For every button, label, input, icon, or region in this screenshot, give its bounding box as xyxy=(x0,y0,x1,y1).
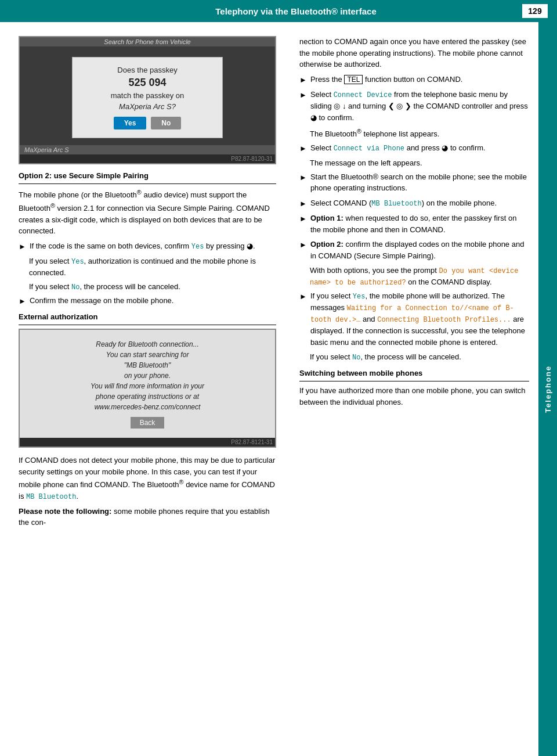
figure1-inner: Does the passkey 525 094 match the passk… xyxy=(20,46,275,145)
figure1-device-name: MaXperia Arc S? xyxy=(86,102,208,111)
right-content: nection to COMAND again once you have en… xyxy=(290,22,538,756)
bullet1-item: ► If the code is the same on both device… xyxy=(19,240,276,253)
figure1-no-button[interactable]: No xyxy=(151,117,181,129)
right-bullet2-text: Select Connect Device from the telephone… xyxy=(310,89,529,123)
right-bullet8-arrow: ► xyxy=(299,291,307,303)
do-you-want-code: Do you want <device name> to be authoriz… xyxy=(310,267,518,287)
bullet1-text: If the code is the same on both devices,… xyxy=(30,240,276,252)
right-bullet3-text: Select Connect via Phone and press ◕ to … xyxy=(310,142,529,154)
figure1: Search for Phone from Vehicle Does the p… xyxy=(19,36,276,164)
right-bullet2-sub: The Bluetooth® telephone list appears. xyxy=(310,127,529,140)
figure1-buttons: Yes No xyxy=(86,117,208,129)
bullet1-yes: Yes xyxy=(191,243,204,251)
connect-via-phone-code: Connect via Phone xyxy=(334,145,404,153)
figure1-status-bar: MaXperia Arc S xyxy=(20,145,275,154)
section3-divider xyxy=(299,381,529,381)
connecting-code: Connecting Bluetooth Profiles... xyxy=(377,316,511,324)
section3-body: If you have authorized more than one mob… xyxy=(299,385,529,408)
right-bullet3-arrow: ► xyxy=(299,143,307,154)
right-bullet5-text: Select COMAND (MB Bluetooth) on the mobi… xyxy=(310,197,529,209)
sub1b: If you select No, the process will be ca… xyxy=(29,281,276,293)
right-bullet4-text: Start the Bluetooth® search on the mobil… xyxy=(310,171,529,194)
connect-device-code: Connect Device xyxy=(334,91,392,99)
right-bullet7: ► Option 2: confirm the displayed codes … xyxy=(299,239,529,261)
option2-label: Option 2: xyxy=(310,240,343,249)
figure2-line7: www.mercedes-benz.com/connect xyxy=(31,402,263,412)
figure1-line1: Does the passkey xyxy=(86,66,208,74)
right-bullet8-text: If you select Yes, the mobile phone will… xyxy=(310,290,529,348)
right-bullet6-arrow: ► xyxy=(299,213,307,225)
right-bullet6: ► Option 1: when requested to do so, ent… xyxy=(299,213,529,235)
please-note-label: Please note the following: xyxy=(19,507,111,516)
side-tab-label: Telephone xyxy=(544,365,552,413)
section1-body: The mobile phone (or the Bluetooth® audi… xyxy=(19,188,276,237)
right-bullet8-sub: If you select No, the process will be ca… xyxy=(310,351,529,363)
section3-heading: Switching between mobile phones xyxy=(299,369,529,377)
left-column: Search for Phone from Vehicle Does the p… xyxy=(0,22,290,756)
section2-heading: External authorization xyxy=(19,312,276,321)
right-bullet8: ► If you select Yes, the mobile phone wi… xyxy=(299,290,529,348)
section1-divider xyxy=(19,183,276,184)
right-bullet2: ► Select Connect Device from the telepho… xyxy=(299,89,529,123)
right-bullet3-sub: The message on the left appears. xyxy=(310,157,529,169)
option1-label: Option 1: xyxy=(310,214,343,222)
right-bullet6-text: Option 1: when requested to do so, enter… xyxy=(310,213,529,235)
sub1a: If you select Yes, authorization is cont… xyxy=(29,255,276,279)
figure2-line4: on your phone. xyxy=(31,370,263,381)
figure1-dialog: Does the passkey 525 094 match the passk… xyxy=(72,57,223,138)
tel-box: TEL xyxy=(344,75,363,84)
header-title-text: Telephony via the Bluetooth® interface xyxy=(215,6,376,16)
figure2-line6: phone operating instructions or at xyxy=(31,391,263,402)
figure2-back-button[interactable]: Back xyxy=(131,417,165,429)
right-bullet4: ► Start the Bluetooth® search on the mob… xyxy=(299,171,529,194)
select-no: No xyxy=(352,354,360,362)
header-title: Telephony via the Bluetooth® interface xyxy=(35,6,522,16)
mb-bluetooth-inline: MB Bluetooth xyxy=(26,493,76,501)
section2-divider xyxy=(19,325,276,325)
right-bullet3: ► Select Connect via Phone and press ◕ t… xyxy=(299,142,529,154)
right-para1: nection to COMAND again once you have en… xyxy=(299,36,529,70)
right-bullet7-sub: With both options, you see the prompt Do… xyxy=(310,265,529,288)
figure2-caption: P82.87-8121-31 xyxy=(20,438,275,447)
right-bullet5-arrow: ► xyxy=(299,198,307,210)
figure1-caption: P82.87-8120-31 xyxy=(20,154,275,163)
right-wrapper: nection to COMAND again once you have en… xyxy=(290,22,557,756)
header-bar: Telephony via the Bluetooth® interface 1… xyxy=(0,0,557,22)
figure1-top-bar: Search for Phone from Vehicle xyxy=(20,37,275,46)
figure2-line1: Ready for Bluetooth connection... xyxy=(31,339,263,350)
select-yes: Yes xyxy=(353,293,366,301)
figure1-passkey: 525 094 xyxy=(86,77,208,89)
bullet2-text: Confirm the message on the mobile phone. xyxy=(30,295,276,307)
figure1-yes-button[interactable]: Yes xyxy=(114,117,147,129)
figure1-line2: match the passkey on xyxy=(86,91,208,100)
figure2-line5: You will find more information in your xyxy=(31,381,263,391)
mb-bluetooth-code: MB Bluetooth xyxy=(371,200,421,208)
right-bullet1-text: Press the TEL function button on COMAND. xyxy=(310,74,529,85)
please-note-body: Please note the following: some mobile p… xyxy=(19,506,276,528)
ext-auth-body: If COMAND does not detect your mobile ph… xyxy=(19,455,276,502)
figure2-line3: "MB Bluetooth" xyxy=(31,360,263,370)
header-page-number: 129 xyxy=(522,4,548,18)
right-bullet7-text: Option 2: confirm the displayed codes on… xyxy=(310,239,529,261)
sub1b-no: No xyxy=(71,283,79,291)
right-bullet4-arrow: ► xyxy=(299,172,307,183)
right-bullet1: ► Press the TEL function button on COMAN… xyxy=(299,74,529,86)
sub1a-yes: Yes xyxy=(71,258,84,266)
bullet2-arrow: ► xyxy=(19,296,26,307)
side-tab-container: Telephone xyxy=(538,22,557,756)
figure2: Ready for Bluetooth connection... You ca… xyxy=(19,329,276,448)
figure2-line2: You can start searching for xyxy=(31,350,263,360)
right-bullet5: ► Select COMAND (MB Bluetooth) on the mo… xyxy=(299,197,529,210)
right-bullet2-arrow: ► xyxy=(299,89,307,101)
right-bullet7-arrow: ► xyxy=(299,239,307,251)
figure2-inner: Ready for Bluetooth connection... You ca… xyxy=(20,330,275,438)
main-layout: Search for Phone from Vehicle Does the p… xyxy=(0,22,557,756)
bullet2-item: ► Confirm the message on the mobile phon… xyxy=(19,295,276,307)
right-bullet1-arrow: ► xyxy=(299,74,307,86)
section1-heading: Option 2: use Secure Simple Pairing xyxy=(19,171,276,180)
bullet1-arrow: ► xyxy=(19,241,26,253)
